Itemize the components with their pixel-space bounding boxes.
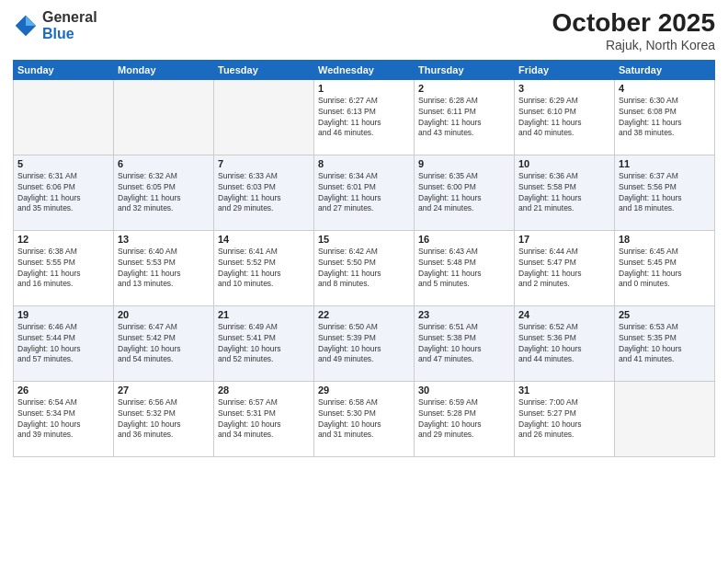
- logo-blue: Blue: [42, 26, 97, 42]
- day-number: 4: [619, 83, 711, 94]
- table-row: 8Sunrise: 6:34 AM Sunset: 6:01 PM Daylig…: [314, 155, 415, 230]
- day-number: 23: [418, 309, 510, 320]
- table-row: 11Sunrise: 6:37 AM Sunset: 5:56 PM Dayli…: [615, 155, 715, 230]
- day-info: Sunrise: 6:27 AM Sunset: 6:13 PM Dayligh…: [318, 96, 410, 140]
- day-info: Sunrise: 6:59 AM Sunset: 5:28 PM Dayligh…: [418, 397, 510, 442]
- day-info: Sunrise: 6:58 AM Sunset: 5:30 PM Dayligh…: [318, 397, 410, 442]
- logo: General Blue: [13, 9, 97, 41]
- calendar-row: 19Sunrise: 6:46 AM Sunset: 5:44 PM Dayli…: [14, 305, 715, 381]
- day-number: 12: [17, 234, 109, 245]
- day-number: 1: [318, 83, 410, 94]
- day-number: 16: [418, 234, 510, 245]
- day-info: Sunrise: 6:41 AM Sunset: 5:52 PM Dayligh…: [218, 247, 310, 291]
- table-row: [615, 381, 715, 456]
- day-info: Sunrise: 6:32 AM Sunset: 6:05 PM Dayligh…: [118, 171, 210, 215]
- table-row: 12Sunrise: 6:38 AM Sunset: 5:55 PM Dayli…: [14, 230, 114, 305]
- col-sunday: Sunday: [14, 60, 114, 79]
- day-info: Sunrise: 6:35 AM Sunset: 6:00 PM Dayligh…: [418, 171, 510, 215]
- table-row: 18Sunrise: 6:45 AM Sunset: 5:45 PM Dayli…: [615, 230, 715, 305]
- day-info: Sunrise: 6:37 AM Sunset: 5:56 PM Dayligh…: [619, 171, 711, 215]
- col-saturday: Saturday: [615, 60, 715, 79]
- day-number: 17: [518, 234, 610, 245]
- calendar-row: 12Sunrise: 6:38 AM Sunset: 5:55 PM Dayli…: [14, 230, 715, 305]
- table-row: 7Sunrise: 6:33 AM Sunset: 6:03 PM Daylig…: [214, 155, 314, 230]
- calendar-row: 1Sunrise: 6:27 AM Sunset: 6:13 PM Daylig…: [14, 79, 715, 155]
- table-row: 28Sunrise: 6:57 AM Sunset: 5:31 PM Dayli…: [214, 381, 314, 456]
- day-number: 7: [218, 158, 310, 169]
- table-row: 30Sunrise: 6:59 AM Sunset: 5:28 PM Dayli…: [415, 381, 515, 456]
- day-number: 24: [518, 309, 610, 320]
- day-number: 3: [518, 83, 610, 94]
- table-row: 10Sunrise: 6:36 AM Sunset: 5:58 PM Dayli…: [515, 155, 615, 230]
- table-row: 1Sunrise: 6:27 AM Sunset: 6:13 PM Daylig…: [314, 79, 415, 155]
- svg-marker-1: [26, 15, 36, 25]
- table-row: 25Sunrise: 6:53 AM Sunset: 5:35 PM Dayli…: [615, 305, 715, 381]
- table-row: 2Sunrise: 6:28 AM Sunset: 6:11 PM Daylig…: [415, 79, 515, 155]
- day-number: 18: [619, 234, 711, 245]
- svg-marker-2: [16, 15, 26, 25]
- day-info: Sunrise: 6:29 AM Sunset: 6:10 PM Dayligh…: [518, 96, 610, 140]
- day-info: Sunrise: 6:56 AM Sunset: 5:32 PM Dayligh…: [118, 397, 210, 442]
- day-number: 19: [17, 309, 109, 320]
- day-number: 29: [318, 385, 410, 396]
- table-row: 20Sunrise: 6:47 AM Sunset: 5:42 PM Dayli…: [114, 305, 214, 381]
- day-number: 2: [418, 83, 510, 94]
- table-row: 29Sunrise: 6:58 AM Sunset: 5:30 PM Dayli…: [314, 381, 415, 456]
- day-info: Sunrise: 6:42 AM Sunset: 5:50 PM Dayligh…: [318, 247, 410, 291]
- day-info: Sunrise: 6:57 AM Sunset: 5:31 PM Dayligh…: [218, 397, 310, 442]
- day-info: Sunrise: 6:52 AM Sunset: 5:36 PM Dayligh…: [518, 322, 610, 366]
- table-row: 5Sunrise: 6:31 AM Sunset: 6:06 PM Daylig…: [14, 155, 114, 230]
- day-number: 21: [218, 309, 310, 320]
- page: General Blue October 2025 Rajuk, North K…: [0, 0, 728, 563]
- table-row: 26Sunrise: 6:54 AM Sunset: 5:34 PM Dayli…: [14, 381, 114, 456]
- day-number: 9: [418, 158, 510, 169]
- table-row: 27Sunrise: 6:56 AM Sunset: 5:32 PM Dayli…: [114, 381, 214, 456]
- day-info: Sunrise: 6:51 AM Sunset: 5:38 PM Dayligh…: [418, 322, 510, 366]
- day-info: Sunrise: 7:00 AM Sunset: 5:27 PM Dayligh…: [518, 397, 610, 442]
- day-number: 10: [518, 158, 610, 169]
- day-info: Sunrise: 6:53 AM Sunset: 5:35 PM Dayligh…: [619, 322, 711, 366]
- table-row: 16Sunrise: 6:43 AM Sunset: 5:48 PM Dayli…: [415, 230, 515, 305]
- day-info: Sunrise: 6:47 AM Sunset: 5:42 PM Dayligh…: [118, 322, 210, 366]
- col-thursday: Thursday: [415, 60, 515, 79]
- table-row: 22Sunrise: 6:50 AM Sunset: 5:39 PM Dayli…: [314, 305, 415, 381]
- day-number: 22: [318, 309, 410, 320]
- day-number: 5: [17, 158, 109, 169]
- title-block: October 2025 Rajuk, North Korea: [552, 9, 715, 52]
- day-info: Sunrise: 6:44 AM Sunset: 5:47 PM Dayligh…: [518, 247, 610, 291]
- day-number: 27: [118, 385, 210, 396]
- col-friday: Friday: [515, 60, 615, 79]
- col-monday: Monday: [114, 60, 214, 79]
- table-row: 13Sunrise: 6:40 AM Sunset: 5:53 PM Dayli…: [114, 230, 214, 305]
- day-number: 6: [118, 158, 210, 169]
- table-row: 14Sunrise: 6:41 AM Sunset: 5:52 PM Dayli…: [214, 230, 314, 305]
- day-info: Sunrise: 6:31 AM Sunset: 6:06 PM Dayligh…: [17, 171, 109, 215]
- table-row: 17Sunrise: 6:44 AM Sunset: 5:47 PM Dayli…: [515, 230, 615, 305]
- day-number: 26: [17, 385, 109, 396]
- logo-general: General: [42, 9, 97, 26]
- day-number: 13: [118, 234, 210, 245]
- col-wednesday: Wednesday: [314, 60, 415, 79]
- day-number: 11: [619, 158, 711, 169]
- table-row: 21Sunrise: 6:49 AM Sunset: 5:41 PM Dayli…: [214, 305, 314, 381]
- table-row: 19Sunrise: 6:46 AM Sunset: 5:44 PM Dayli…: [14, 305, 114, 381]
- month-title: October 2025: [552, 9, 715, 38]
- table-row: 15Sunrise: 6:42 AM Sunset: 5:50 PM Dayli…: [314, 230, 415, 305]
- day-info: Sunrise: 6:49 AM Sunset: 5:41 PM Dayligh…: [218, 322, 310, 366]
- table-row: 6Sunrise: 6:32 AM Sunset: 6:05 PM Daylig…: [114, 155, 214, 230]
- calendar-header-row: Sunday Monday Tuesday Wednesday Thursday…: [14, 60, 715, 79]
- calendar-row: 5Sunrise: 6:31 AM Sunset: 6:06 PM Daylig…: [14, 155, 715, 230]
- table-row: [214, 79, 314, 155]
- day-info: Sunrise: 6:33 AM Sunset: 6:03 PM Dayligh…: [218, 171, 310, 215]
- day-info: Sunrise: 6:28 AM Sunset: 6:11 PM Dayligh…: [418, 96, 510, 140]
- day-info: Sunrise: 6:36 AM Sunset: 5:58 PM Dayligh…: [518, 171, 610, 215]
- day-info: Sunrise: 6:45 AM Sunset: 5:45 PM Dayligh…: [619, 247, 711, 291]
- day-number: 30: [418, 385, 510, 396]
- day-number: 14: [218, 234, 310, 245]
- day-number: 20: [118, 309, 210, 320]
- day-info: Sunrise: 6:34 AM Sunset: 6:01 PM Dayligh…: [318, 171, 410, 215]
- logo-icon: [13, 13, 39, 39]
- day-number: 8: [318, 158, 410, 169]
- table-row: 23Sunrise: 6:51 AM Sunset: 5:38 PM Dayli…: [415, 305, 515, 381]
- day-number: 28: [218, 385, 310, 396]
